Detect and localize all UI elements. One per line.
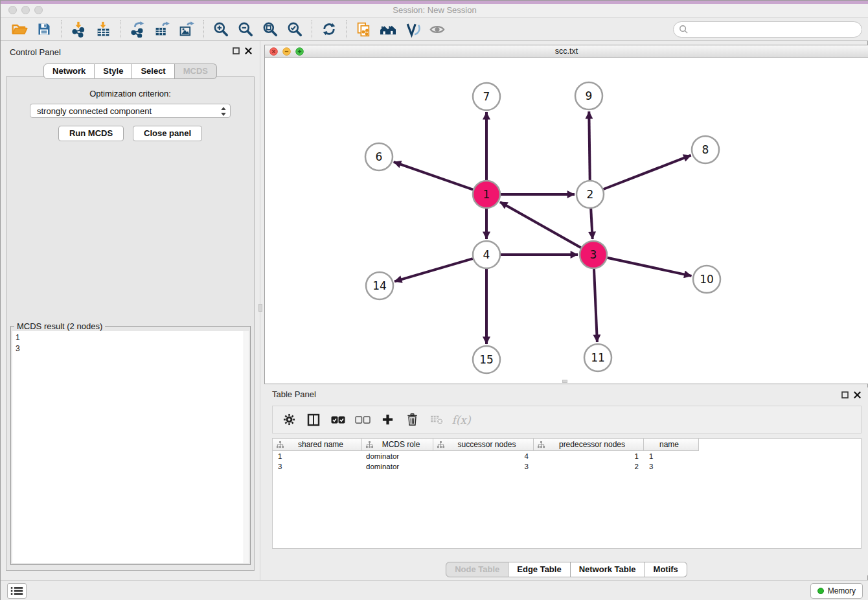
close-table-panel-icon[interactable] <box>854 391 861 398</box>
tab-mcds[interactable]: MCDS <box>175 63 217 79</box>
select-all-button[interactable] <box>327 408 349 432</box>
tab-network-table[interactable]: Network Table <box>571 562 645 577</box>
zoom-selected-icon <box>286 21 303 38</box>
graph-node-10[interactable]: 10 <box>693 266 720 293</box>
zoom-in-button[interactable] <box>209 19 233 40</box>
column-header-name[interactable]: name <box>644 439 699 451</box>
columns-icon <box>307 413 320 426</box>
graph-node-1[interactable]: 1 <box>473 181 500 208</box>
delete-column-button[interactable] <box>401 408 423 432</box>
table-options-button[interactable] <box>278 408 300 432</box>
tab-select[interactable]: Select <box>132 63 174 79</box>
graph-node-8[interactable]: 8 <box>692 136 719 163</box>
show-columns-button[interactable] <box>303 408 325 432</box>
run-mcds-button[interactable]: Run MCDS <box>58 126 124 141</box>
network-graph[interactable]: 7968124314101511 <box>265 58 868 384</box>
canvas-grip[interactable] <box>562 380 567 383</box>
graph-node-14[interactable]: 14 <box>366 272 393 299</box>
toolbar-divider <box>312 20 312 38</box>
home-button[interactable] <box>376 19 400 40</box>
close-panel-button[interactable]: Close panel <box>133 126 202 141</box>
float-table-panel-icon[interactable] <box>841 391 849 398</box>
toolbar-divider <box>203 20 204 38</box>
zoom-fit-button[interactable] <box>258 19 282 40</box>
import-table-button[interactable] <box>91 19 115 40</box>
cell-predecessor-nodes[interactable]: 1 <box>534 452 644 460</box>
delete-table-button[interactable] <box>426 408 448 432</box>
cell-name[interactable]: 3 <box>644 463 699 470</box>
application-window: Session: New Session <box>0 0 868 600</box>
graph-node-15[interactable]: 15 <box>473 346 500 373</box>
memory-button[interactable]: Memory <box>810 583 863 599</box>
graph-edge-1-6[interactable] <box>394 162 474 190</box>
vizmapper-button[interactable] <box>400 19 425 40</box>
task-history-button[interactable] <box>7 583 27 599</box>
graph-node-11[interactable]: 11 <box>584 344 611 371</box>
graph-edge-3-11[interactable] <box>594 269 597 342</box>
tab-node-table[interactable]: Node Table <box>446 562 508 577</box>
graph-edge-3-10[interactable] <box>608 258 692 276</box>
result-scrollbar[interactable] <box>244 331 249 563</box>
graph-node-9[interactable]: 9 <box>575 82 602 110</box>
cell-mcds-role[interactable]: dominator <box>362 463 433 470</box>
column-header-mcds-role[interactable]: MCDS role <box>362 439 433 451</box>
zoom-fit-icon <box>262 21 279 38</box>
toolbar-divider <box>346 20 347 38</box>
graph-node-label: 10 <box>700 273 714 286</box>
search-input[interactable] <box>673 21 862 38</box>
import-network-button[interactable] <box>66 19 91 40</box>
tab-network[interactable]: Network <box>43 63 95 79</box>
zoom-out-button[interactable] <box>233 19 258 40</box>
float-panel-icon[interactable] <box>233 47 240 54</box>
export-network-button[interactable] <box>125 19 150 40</box>
table-row[interactable]: 1 dominator 4 1 1 <box>273 451 861 461</box>
column-header-successor-nodes[interactable]: successor nodes <box>433 439 534 451</box>
search-container <box>673 21 862 38</box>
cell-mcds-role[interactable]: dominator <box>362 452 433 460</box>
cell-name[interactable]: 1 <box>644 452 699 460</box>
column-header-shared-name[interactable]: shared name <box>273 439 362 451</box>
cell-successor-nodes[interactable]: 3 <box>433 463 534 470</box>
export-table-button[interactable] <box>150 19 174 40</box>
network-window-titlebar[interactable]: scc.txt <box>265 45 868 58</box>
graph-node-7[interactable]: 7 <box>473 83 500 110</box>
tab-style[interactable]: Style <box>95 63 132 79</box>
graph-node-4[interactable]: 4 <box>473 241 500 268</box>
tab-motifs[interactable]: Motifs <box>645 562 687 577</box>
graph-edge-3-1[interactable] <box>500 202 581 248</box>
show-hide-panels-button[interactable] <box>425 19 450 40</box>
clone-network-button[interactable] <box>351 19 376 40</box>
tab-edge-table[interactable]: Edge Table <box>508 562 570 577</box>
graph-node-6[interactable]: 6 <box>365 143 393 170</box>
splitter-grip[interactable] <box>258 304 262 312</box>
table-row[interactable]: 3 dominator 3 2 3 <box>273 461 861 472</box>
mcds-result-text[interactable]: 1 3 <box>12 331 249 563</box>
graph-edge-4-14[interactable] <box>394 259 473 281</box>
graph-node-label: 6 <box>376 150 383 163</box>
deselect-all-button[interactable] <box>352 408 374 432</box>
cell-predecessor-nodes[interactable]: 2 <box>534 463 644 470</box>
graph-node-3[interactable]: 3 <box>580 241 607 268</box>
graph-node-label: 4 <box>483 248 490 261</box>
column-header-predecessor-nodes[interactable]: predecessor nodes <box>534 439 644 451</box>
graph-node-2[interactable]: 2 <box>577 181 604 208</box>
graph-edge-2-8[interactable] <box>604 156 691 189</box>
criterion-dropdown[interactable]: strongly connected component <box>30 104 231 118</box>
graph-edge-2-3[interactable] <box>591 209 593 239</box>
save-session-button[interactable] <box>32 19 56 40</box>
add-column-button[interactable] <box>376 408 398 432</box>
cell-shared-name[interactable]: 3 <box>273 463 362 470</box>
apply-layout-button[interactable] <box>317 19 341 40</box>
open-session-button[interactable] <box>7 19 32 40</box>
cell-successor-nodes[interactable]: 4 <box>433 452 534 460</box>
close-panel-icon[interactable] <box>245 47 252 54</box>
zoom-selected-button[interactable] <box>282 19 307 40</box>
export-image-button[interactable] <box>174 19 199 40</box>
cell-shared-name[interactable]: 1 <box>273 452 362 460</box>
clone-network-icon <box>356 21 372 38</box>
graph-node-label: 15 <box>479 353 494 366</box>
hierarchy-icon <box>437 441 444 448</box>
export-network-icon <box>130 21 146 38</box>
graph-edge-2-9[interactable] <box>589 111 589 180</box>
function-builder-button[interactable]: f(x) <box>450 408 472 432</box>
